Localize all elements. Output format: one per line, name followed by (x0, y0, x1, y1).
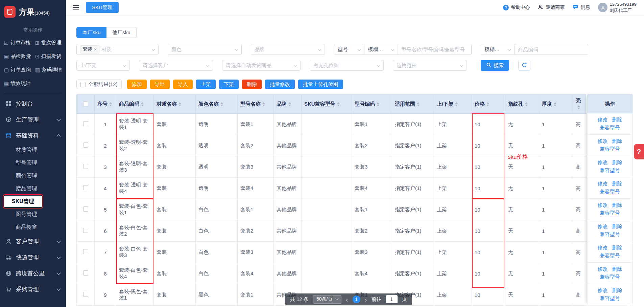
user-account[interactable]: A 13725493199 刘氏代工厂 (598, 1, 637, 13)
menu-item-production[interactable]: 生产管理 (0, 112, 66, 128)
sort-icon[interactable] (577, 104, 580, 111)
col-header-code[interactable]: 商品编码 (116, 95, 154, 114)
col-header-no[interactable]: 序号 (95, 95, 116, 114)
row-checkbox[interactable] (83, 206, 88, 212)
submenu-item-material[interactable]: 材质管理 (0, 144, 66, 156)
on-shelf-button[interactable]: 上架 (196, 80, 216, 89)
delete-button[interactable]: 删除 (242, 80, 262, 89)
row-checkbox[interactable] (83, 142, 88, 148)
compat-model-link[interactable]: 兼容型号 (600, 253, 620, 259)
edit-link[interactable]: 修改 (598, 202, 608, 209)
delete-link[interactable]: 删除 (612, 223, 622, 230)
model-field-select[interactable]: 型号 (334, 44, 364, 55)
sort-icon[interactable] (486, 101, 489, 108)
row-checkbox[interactable] (83, 292, 88, 297)
col-header-color[interactable]: 颜色名称 (196, 95, 238, 114)
compat-model-link[interactable]: 兼容型号 (600, 189, 620, 195)
sort-icon[interactable] (141, 101, 144, 108)
quick-op-batch-manage[interactable]: ⊞批次管理 (35, 36, 65, 49)
menu-item-purchase[interactable]: 采购管理 (0, 281, 66, 297)
row-checkbox[interactable] (83, 164, 88, 169)
submenu-item-drawing[interactable]: 图号管理 (0, 208, 66, 221)
delete-link[interactable]: 删除 (612, 159, 622, 166)
delete-link[interactable]: 删除 (612, 266, 622, 272)
customer-select[interactable]: 请选择客户 (139, 60, 213, 71)
model-search-input[interactable] (398, 44, 472, 55)
col-header-status[interactable]: 上/下架 (434, 95, 472, 114)
help-center-link[interactable]: 帮助中心 (503, 4, 530, 10)
import-button[interactable]: 导入 (173, 80, 193, 89)
compat-model-link[interactable]: 兼容型号 (600, 231, 620, 238)
next-page-button[interactable]: › (365, 296, 367, 303)
delete-link[interactable]: 删除 (612, 117, 622, 123)
submenu-item-sku[interactable]: SKU管理 (0, 195, 66, 208)
quick-op-order-review[interactable]: ☑订单审核 (4, 36, 35, 49)
open-tab-sku[interactable]: SKU管理 (86, 2, 119, 13)
sort-icon[interactable] (455, 101, 458, 108)
col-header-model[interactable]: 型号名称 (238, 95, 274, 114)
page-size-select[interactable]: 50条/页 (313, 295, 341, 304)
current-page-button[interactable]: 1 (353, 295, 360, 303)
tab-other-factory-sku[interactable]: 他厂sku (106, 27, 136, 38)
row-checkbox[interactable] (83, 185, 88, 190)
quick-op-performance-stats[interactable]: ▦绩效统计 (4, 76, 35, 90)
edit-link[interactable]: 修改 (598, 159, 608, 166)
color-select[interactable]: 颜色 (168, 44, 242, 55)
select-all-rows-checkbox[interactable] (83, 101, 88, 106)
col-header-fingerprint[interactable]: 指纹孔 (505, 95, 539, 114)
col-header-compat[interactable]: SKU兼容型号 (302, 95, 352, 114)
row-checkbox[interactable] (83, 121, 88, 126)
row-checkbox[interactable] (83, 270, 88, 276)
product-code-input[interactable] (514, 44, 588, 55)
add-button[interactable]: 添加 (127, 80, 147, 89)
select-all-checkbox[interactable] (80, 82, 86, 87)
sort-icon[interactable] (262, 101, 265, 108)
select-all-results[interactable]: 全部结果(12) (76, 80, 122, 89)
edit-link[interactable]: 修改 (598, 245, 608, 251)
search-button[interactable]: 搜索 (481, 60, 509, 71)
quick-op-scan-ship[interactable]: ⊡扫描发货 (35, 49, 65, 63)
messages-link[interactable]: 消息 (573, 4, 590, 11)
delete-link[interactable]: 删除 (612, 181, 622, 187)
col-header-model_code[interactable]: 型号编码 (352, 95, 392, 114)
edit-link[interactable]: 修改 (598, 266, 608, 272)
delete-link[interactable]: 删除 (612, 138, 622, 145)
edit-link[interactable]: 修改 (598, 138, 608, 145)
delete-link[interactable]: 删除 (612, 245, 622, 251)
col-header-scope[interactable]: 适用范围 (392, 95, 434, 114)
submenu-item-color[interactable]: 颜色管理 (0, 169, 66, 182)
compat-model-link[interactable]: 兼容型号 (600, 167, 620, 174)
quick-op-barcode-detail[interactable]: ▥条码详情 (35, 63, 65, 76)
col-header-price[interactable]: 价格 (472, 95, 505, 114)
submenu-item-showcase[interactable]: 商品橱窗 (0, 221, 66, 234)
sort-icon[interactable] (337, 101, 340, 108)
edit-link[interactable]: 修改 (598, 181, 608, 187)
fuzzy-match-select-1[interactable]: 模糊匹配 (364, 44, 398, 55)
compat-model-link[interactable]: 兼容型号 (600, 295, 620, 302)
compat-model-link[interactable]: 兼容型号 (600, 125, 620, 131)
prev-page-button[interactable]: ‹ (346, 296, 348, 303)
submenu-item-model[interactable]: 型号管理 (0, 156, 66, 169)
edit-link[interactable]: 修改 (598, 223, 608, 230)
col-header-shell[interactable]: 壳 (573, 95, 587, 114)
off-shelf-button[interactable]: 下架 (219, 80, 239, 89)
sort-icon[interactable] (288, 101, 291, 108)
row-checkbox[interactable] (83, 249, 88, 254)
compat-model-link[interactable]: 兼容型号 (600, 274, 620, 280)
sort-icon[interactable] (554, 101, 556, 108)
submenu-item-gift[interactable]: 赠品管理 (0, 182, 66, 195)
hamburger-menu-icon[interactable] (73, 5, 79, 10)
menu-item-crossborder[interactable]: 跨境首公里 (0, 265, 66, 281)
sort-icon[interactable] (109, 101, 112, 108)
sort-icon[interactable] (417, 101, 420, 108)
quick-op-qc-inspect[interactable]: ▣品检验货 (4, 49, 35, 63)
menu-item-console[interactable]: 控制台 (0, 96, 66, 112)
edit-link[interactable]: 修改 (598, 117, 608, 123)
goto-page-input[interactable] (386, 295, 398, 303)
bulk-upload-hole-button[interactable]: 批量上传孔位图 (298, 80, 343, 89)
compat-model-link[interactable]: 兼容型号 (600, 210, 620, 216)
brand-select[interactable]: 品牌 (251, 44, 325, 55)
col-header-material[interactable]: 材质名称 (154, 95, 196, 114)
edit-link[interactable]: 修改 (598, 287, 608, 294)
menu-item-customer[interactable]: 客户管理 (0, 234, 66, 249)
